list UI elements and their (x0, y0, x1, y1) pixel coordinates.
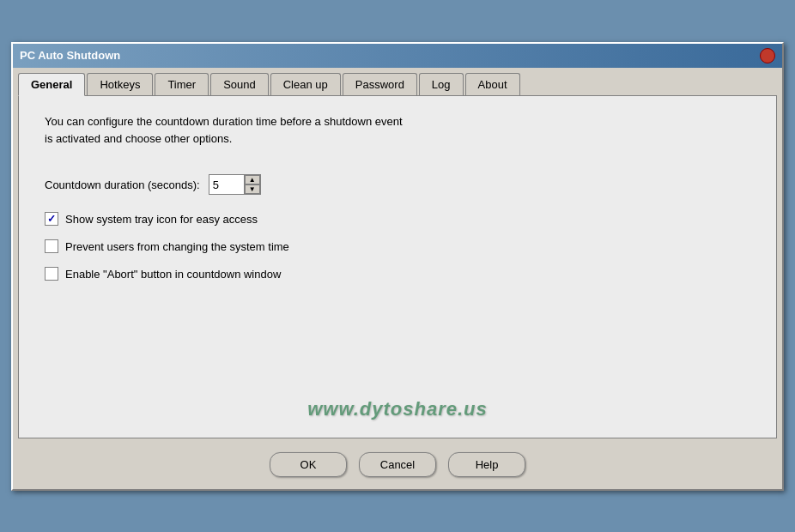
spinner-up-button[interactable]: ▲ (245, 175, 260, 184)
countdown-input[interactable] (209, 175, 244, 194)
checkbox-systray-label[interactable]: Show system tray icon for easy access (65, 213, 258, 226)
tab-log[interactable]: Log (419, 73, 464, 95)
checkbox-row-1: Show system tray icon for easy access (45, 212, 750, 226)
tab-general[interactable]: General (18, 73, 85, 96)
title-bar-text: PC Auto Shutdown (20, 49, 120, 62)
help-button[interactable]: Help (448, 452, 525, 477)
main-window: PC Auto Shutdown General Hotkeys Timer S… (11, 42, 784, 491)
button-bar: OK Cancel Help (13, 444, 782, 489)
checkbox-abort[interactable] (45, 267, 58, 281)
countdown-label: Countdown duration (seconds): (45, 178, 200, 191)
tab-sound[interactable]: Sound (210, 73, 269, 95)
close-button[interactable] (760, 48, 775, 63)
title-bar: PC Auto Shutdown (13, 44, 782, 68)
watermark: www.dytoshare.us (307, 398, 488, 420)
tab-bar: General Hotkeys Timer Sound Clean up Pas… (13, 68, 782, 95)
tab-password[interactable]: Password (343, 73, 417, 95)
countdown-spinner[interactable]: ▲ ▼ (209, 174, 261, 195)
tab-about[interactable]: About (465, 73, 520, 95)
checkbox-prevent-label[interactable]: Prevent users from changing the system t… (65, 240, 289, 253)
checkbox-abort-label[interactable]: Enable "Abort" button in countdown windo… (65, 268, 281, 281)
countdown-row: Countdown duration (seconds): ▲ ▼ (45, 174, 750, 195)
description: You can configure the countdown duration… (45, 113, 750, 149)
spinner-buttons: ▲ ▼ (244, 175, 260, 194)
tab-timer[interactable]: Timer (155, 73, 209, 95)
checkbox-row-2: Prevent users from changing the system t… (45, 239, 750, 253)
content-area: You can configure the countdown duration… (18, 95, 777, 438)
tab-hotkeys[interactable]: Hotkeys (87, 73, 153, 95)
window-title: PC Auto Shutdown (20, 49, 120, 62)
tab-cleanup[interactable]: Clean up (270, 73, 341, 95)
checkbox-row-3: Enable "Abort" button in countdown windo… (45, 267, 750, 281)
checkbox-prevent[interactable] (45, 239, 58, 253)
checkbox-systray[interactable] (45, 212, 58, 226)
cancel-button[interactable]: Cancel (359, 452, 436, 477)
ok-button[interactable]: OK (270, 452, 347, 477)
spinner-down-button[interactable]: ▼ (245, 184, 260, 194)
